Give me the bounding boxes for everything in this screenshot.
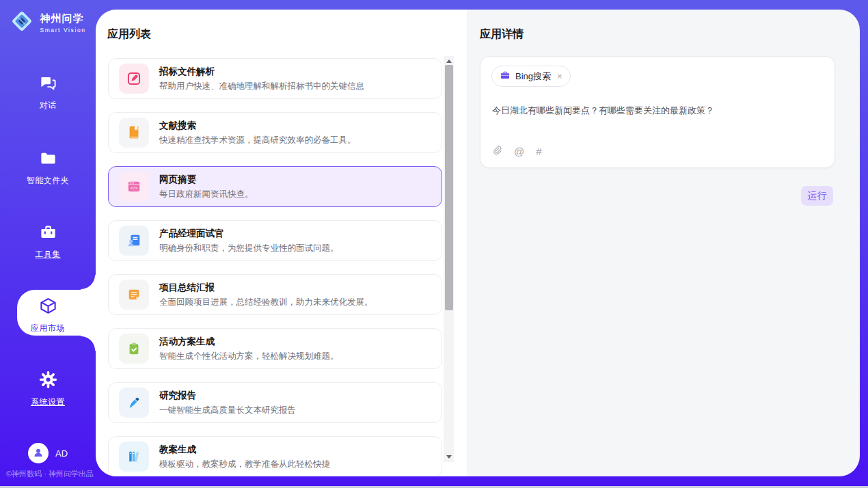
svg-text:</>: </>	[131, 185, 138, 190]
app-card-desc: 每日政府新闻资讯快查。	[159, 189, 254, 200]
app-detail-panel: 应用详情 Bing搜索 × 今日湖北有哪些新闻要点？有哪些需要关注的最新政策？	[467, 10, 860, 476]
clipboard-check-icon	[119, 334, 149, 364]
toolbox-icon	[39, 223, 57, 244]
app-list-panel: 应用列表 招标文件解析 帮助用户快速、准确地理解和解析招标书中的关键信息	[96, 10, 467, 476]
user-name: AD	[55, 448, 68, 459]
sidebar: 神州问学 Smart Vision 对话 智能文件夹	[0, 0, 96, 488]
at-icon[interactable]: @	[514, 146, 524, 157]
sidebar-item-smart-folders[interactable]: 智能文件夹	[0, 149, 96, 187]
sidebar-item-label: 智能文件夹	[27, 175, 70, 187]
app-card-desc: 一键智能生成高质量长文本研究报告	[159, 405, 296, 416]
app-card-title: 项目总结汇报	[159, 282, 373, 294]
app-card-desc: 全面回顾项目进展，总结经验教训，助力未来优化发展。	[159, 297, 373, 308]
cube-icon	[39, 297, 57, 318]
sidebar-footer: ©神州数码 · 神州问学出品	[6, 469, 94, 479]
run-button[interactable]: 运行	[801, 186, 833, 206]
app-card-pm-interviewer[interactable]: 产品经理面试官 明确身份和职责，为您提供专业性的面试问题。	[108, 220, 442, 261]
scrollbar-down-arrow-icon[interactable]	[444, 452, 454, 461]
prompt-card: Bing搜索 × 今日湖北有哪些新闻要点？有哪些需要关注的最新政策？ @ #	[480, 56, 835, 168]
note-icon	[119, 280, 149, 310]
person-icon	[32, 446, 44, 461]
app-card-event-plan[interactable]: 活动方案生成 智能生成个性化活动方案，轻松解决规划难题。	[108, 328, 442, 369]
app-list-title: 应用列表	[107, 27, 151, 42]
books-icon	[119, 442, 149, 472]
app-card-title: 教案生成	[159, 444, 330, 456]
sidebar-item-toolset[interactable]: 工具集	[0, 223, 96, 260]
list-scrollbar[interactable]	[444, 56, 454, 462]
app-card-title: 招标文件解析	[159, 66, 364, 78]
app-card-desc: 快速精准查找学术资源，提高研究效率的必备工具。	[159, 135, 356, 146]
gear-icon	[39, 370, 57, 392]
close-icon[interactable]: ×	[557, 71, 562, 81]
app-card-title: 研究报告	[159, 390, 296, 402]
interviewer-icon	[119, 226, 149, 256]
ink-pen-icon	[119, 388, 149, 418]
app-card-literature-search[interactable]: 文献搜索 快速精准查找学术资源，提高研究效率的必备工具。	[108, 112, 442, 153]
sidebar-item-label: 系统设置	[31, 396, 65, 408]
app-card-desc: 智能生成个性化活动方案，轻松解决规划难题。	[159, 351, 339, 362]
diamond-logo-icon	[10, 9, 34, 36]
book-icon	[119, 118, 149, 148]
app-detail-title: 应用详情	[480, 27, 524, 42]
sidebar-item-label: 工具集	[35, 249, 61, 260]
sidebar-item-label: 对话	[40, 100, 57, 111]
avatar	[28, 443, 49, 463]
app-card-title: 活动方案生成	[159, 336, 339, 348]
app-window: 神州问学 Smart Vision 对话 智能文件夹	[0, 0, 868, 488]
app-card-desc: 明确身份和职责，为您提供专业性的面试问题。	[159, 243, 339, 254]
chat-icon	[39, 74, 57, 95]
user-account[interactable]: AD	[0, 443, 96, 463]
tab-notch-bottom	[81, 336, 96, 351]
browser-code-icon: </>	[119, 172, 149, 202]
folder-icon	[39, 149, 57, 170]
tool-tag-bing-search[interactable]: Bing搜索 ×	[491, 66, 571, 87]
app-card-web-summary[interactable]: </> 网页摘要 每日政府新闻资讯快查。	[108, 166, 442, 207]
app-card-title: 网页摘要	[159, 174, 254, 186]
app-card-title: 产品经理面试官	[159, 228, 339, 240]
scrollbar-thumb[interactable]	[445, 65, 453, 310]
sidebar-item-app-market[interactable]: 应用市场	[0, 297, 96, 334]
app-card-list: 招标文件解析 帮助用户快速、准确地理解和解析招标书中的关键信息 文献搜索	[108, 58, 442, 476]
app-card-research-report[interactable]: 研究报告 一键智能生成高质量长文本研究报告	[108, 382, 442, 423]
brand-logo: 神州问学 Smart Vision	[0, 9, 96, 36]
sidebar-item-settings[interactable]: 系统设置	[0, 370, 96, 408]
tool-tag-label: Bing搜索	[515, 70, 551, 83]
sidebar-item-chat[interactable]: 对话	[0, 74, 96, 111]
tab-notch-top	[81, 275, 96, 290]
content-area: 应用列表 招标文件解析 帮助用户快速、准确地理解和解析招标书中的关键信息	[96, 10, 860, 476]
hash-icon[interactable]: #	[536, 146, 541, 157]
app-card-desc: 帮助用户快速、准确地理解和解析招标书中的关键信息	[159, 81, 364, 92]
brand-subtitle: Smart Vision	[40, 27, 85, 33]
pen-square-icon	[119, 64, 149, 94]
query-input[interactable]: 今日湖北有哪些新闻要点？有哪些需要关注的最新政策？	[492, 104, 821, 118]
app-card-bid-parse[interactable]: 招标文件解析 帮助用户快速、准确地理解和解析招标书中的关键信息	[108, 58, 442, 99]
briefcase-icon	[500, 70, 511, 83]
app-card-title: 文献搜索	[159, 120, 356, 132]
sidebar-item-label: 应用市场	[31, 323, 65, 334]
app-card-project-summary[interactable]: 项目总结汇报 全面回顾项目进展，总结经验教训，助力未来优化发展。	[108, 274, 442, 315]
app-card-lesson-plan[interactable]: 教案生成 模板驱动，教案秒成，教学准备从此轻松快捷	[108, 436, 442, 476]
paperclip-icon[interactable]	[492, 144, 502, 159]
app-card-desc: 模板驱动，教案秒成，教学准备从此轻松快捷	[159, 459, 330, 470]
input-toolbar: @ #	[492, 144, 542, 159]
brand-title: 神州问学	[40, 12, 85, 25]
